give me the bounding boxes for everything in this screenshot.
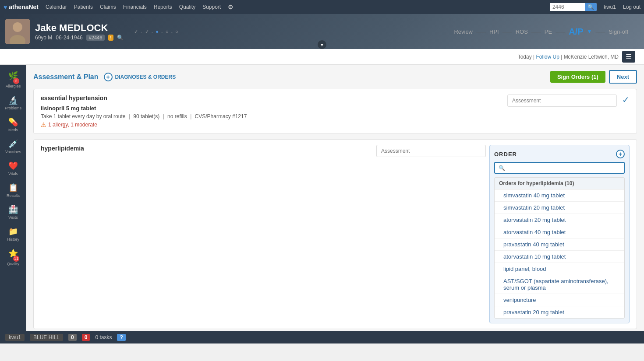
warning-icon: ⚠ (41, 121, 46, 128)
order-item[interactable]: pravastatin 40 mg tablet (495, 238, 624, 251)
drug-name: lisinopril 5 mg tablet (41, 105, 502, 112)
assessment-plan-title: Assessment & Plan (33, 73, 99, 81)
results-icon: 📋 (8, 183, 18, 193)
order-item[interactable]: atorvastatin 10 mg tablet (495, 251, 624, 263)
sidebar-item-label: Quality (7, 262, 19, 266)
assessment-area (507, 95, 617, 107)
sidebar-item-results[interactable]: 📋 Results (2, 180, 25, 200)
patient-age: 69yo M (35, 35, 52, 41)
main-layout: 🌿 2 Allergies 🔬 Problems 💊 Meds 💉 Vaccin… (0, 65, 644, 331)
order-item[interactable]: atorvastatin 20 mg tablet (495, 214, 624, 226)
status-location: BLUE HILL (30, 334, 63, 341)
order-panel: ORDER + 🔍 Orders for hyperlipidemia (10)… (489, 145, 630, 323)
sidebar-item-label: Vitals (8, 172, 18, 176)
order-dropdown: Orders for hyperlipidemia (10) simvastat… (494, 177, 625, 319)
patient-dob: 06-24-1946 (56, 35, 82, 41)
search-button[interactable]: 🔍 (585, 3, 597, 11)
sidebar-item-meds[interactable]: 💊 Meds (2, 115, 25, 135)
athenanet-logo: ♥ athenaNet (4, 4, 39, 11)
top-navigation: ♥ athenaNet Calendar Patients Claims Fin… (0, 0, 644, 14)
order-panel-header: ORDER + (494, 150, 625, 158)
hyperlipidemia-row: hyperlipidemia ORDER + 🔍 (41, 145, 630, 323)
status-count1: 0 (68, 334, 77, 341)
sidebar-item-label: Results (7, 193, 20, 198)
order-panel-title: ORDER (494, 151, 517, 158)
nav-financials[interactable]: Financials (123, 4, 147, 10)
sidebar-item-label: Visits (8, 215, 18, 220)
assessment-plan-header: Assessment & Plan + DIAGNOSES & ORDERS S… (33, 70, 637, 84)
order-item[interactable]: pravastatin 20 mg tablet (495, 306, 624, 318)
order-item[interactable]: AST/SGOT (aspartate aminotransferase), s… (495, 275, 624, 294)
sidebar-item-history[interactable]: 📁 History (2, 224, 25, 244)
problems-icon: 🔬 (8, 95, 18, 105)
allergies-badge: 2 (13, 78, 19, 84)
history-icon: 📁 (8, 227, 18, 236)
order-item[interactable]: simvastatin 40 mg tablet (495, 189, 624, 202)
svg-point-1 (13, 22, 22, 32)
vaccines-icon: 💉 (8, 139, 18, 149)
diagnosis-card-hypertension: essential hypertension lisinopril 5 mg t… (33, 89, 637, 134)
today-bar: Today | Follow Up | McKenzie Leftwich, M… (518, 54, 619, 60)
drug-details: Take 1 tablet every day by oral route | … (41, 113, 502, 119)
username-label: kwu1 (604, 4, 616, 10)
check-circle-icon[interactable]: ✓ (622, 95, 630, 105)
order-item[interactable]: venipuncture (495, 294, 624, 306)
order-category: Orders for hyperlipidemia (10) (495, 178, 624, 189)
diagnosis-info: hyperlipidemia (41, 145, 371, 155)
follow-up-link[interactable]: Follow Up (536, 54, 559, 60)
sidebar-item-label: Meds (8, 128, 18, 132)
step-ros[interactable]: ROS (516, 28, 528, 35)
diagnoses-orders-link[interactable]: DIAGNOSES & ORDERS (115, 74, 176, 80)
patient-info: Jake MEDLOCK 69yo M 06-24-1946 #2446 ! 🔍 (35, 22, 124, 41)
nav-claims[interactable]: Claims (100, 4, 116, 10)
nav-reports[interactable]: Reports (154, 4, 172, 10)
avatar (5, 19, 30, 44)
add-order-button[interactable]: + (616, 150, 625, 158)
patient-header: Jake MEDLOCK 69yo M 06-24-1946 #2446 ! 🔍… (0, 14, 644, 49)
sidebar-item-vitals[interactable]: ❤️ Vitals (2, 158, 25, 179)
chevron-down-icon: ▼ (320, 42, 324, 47)
order-item[interactable]: simvastatin 20 mg tablet (495, 202, 624, 214)
patient-warning-badge[interactable]: ! (108, 35, 113, 41)
diagnosis-info: essential hypertension lisinopril 5 mg t… (41, 95, 502, 128)
sidebar-item-label: History (7, 237, 19, 242)
search-icon[interactable]: 🔍 (117, 35, 124, 41)
add-diagnosis-button[interactable]: + (104, 73, 113, 81)
patient-details: 69yo M 06-24-1946 #2446 ! 🔍 (35, 35, 124, 41)
nav-support[interactable]: Support (202, 4, 221, 10)
sidebar-item-quality[interactable]: ⭐ 11 Quality (2, 246, 25, 269)
status-bar: kwu1 BLUE HILL 0 0 0 tasks ? (0, 331, 644, 343)
medication-block: lisinopril 5 mg tablet Take 1 tablet eve… (41, 105, 502, 128)
global-search[interactable]: 🔍 (550, 3, 597, 11)
step-ap[interactable]: A/P (569, 27, 583, 37)
sidebar-item-problems[interactable]: 🔬 Problems (2, 93, 25, 113)
sign-orders-button[interactable]: Sign Orders (1) (550, 71, 605, 83)
collapse-button[interactable]: ▼ (318, 40, 326, 49)
step-review[interactable]: Review (454, 28, 473, 35)
settings-icon[interactable]: ⚙ (228, 4, 234, 11)
logout-link[interactable]: Log out (623, 4, 640, 10)
order-search-input[interactable] (507, 165, 620, 171)
search-input[interactable] (550, 3, 585, 11)
nav-patients[interactable]: Patients (74, 4, 93, 10)
status-tasks[interactable]: 0 tasks (95, 334, 112, 340)
sidebar-item-visits[interactable]: 🏥 Visits (2, 202, 25, 222)
search-icon: 🔍 (499, 165, 505, 171)
nav-quality[interactable]: Quality (179, 4, 195, 10)
diagnosis-card-hyperlipidemia: hyperlipidemia ORDER + 🔍 (33, 139, 637, 329)
status-user: kwu1 (5, 334, 25, 341)
sidebar-item-vaccines[interactable]: 💉 Vaccines (2, 137, 25, 157)
help-button[interactable]: ? (117, 334, 125, 341)
next-button[interactable]: Next (609, 70, 637, 84)
step-hpi[interactable]: HPI (489, 28, 499, 35)
step-signoff[interactable]: Sign-off (609, 28, 628, 35)
order-item[interactable]: lipid panel, blood (495, 263, 624, 275)
step-pe[interactable]: PE (545, 28, 552, 35)
assessment-input-hyperlipidemia[interactable] (376, 145, 486, 157)
nav-calendar[interactable]: Calendar (46, 4, 67, 10)
assessment-input-hypertension[interactable] (507, 95, 617, 107)
order-item[interactable]: atorvastatin 40 mg tablet (495, 226, 624, 238)
hamburger-menu-button[interactable]: ☰ (622, 51, 635, 63)
sidebar-item-allergies[interactable]: 🌿 2 Allergies (2, 68, 25, 91)
status-count2: 0 (82, 334, 90, 341)
